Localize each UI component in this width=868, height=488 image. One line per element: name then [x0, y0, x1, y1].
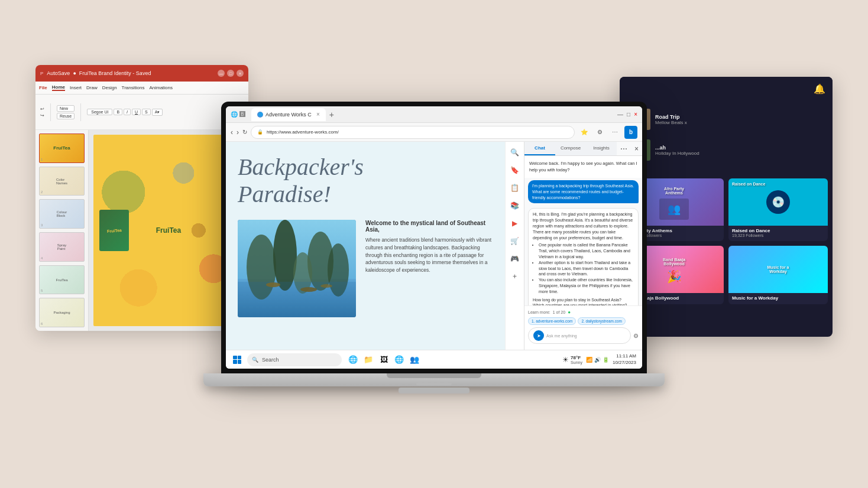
- ppt-home-tab[interactable]: Home: [52, 84, 65, 91]
- ppt-file-tab[interactable]: File: [39, 85, 47, 90]
- bing-button[interactable]: b: [624, 126, 637, 139]
- refresh-button[interactable]: ↻: [242, 129, 247, 135]
- new-tab-button[interactable]: +: [329, 110, 334, 119]
- laptop-hinge: [387, 373, 481, 378]
- ppt-slide-6[interactable]: Packaging 6: [39, 298, 85, 327]
- music-header: 🔔: [620, 77, 833, 100]
- music-card-raised-dance[interactable]: 💿 Raised on Dance Raised on Dance 19,323…: [728, 178, 828, 241]
- ppt-minimize[interactable]: —: [218, 70, 225, 77]
- sidebar-search-icon[interactable]: 🔍: [509, 147, 521, 158]
- user-message-bubble: I'm planning a backpacking trip through …: [528, 180, 639, 203]
- url-bar[interactable]: 🔒 https://www.adventure-works.com/: [251, 126, 575, 139]
- chat-input-box[interactable]: ➤ Ask me anything: [528, 327, 631, 344]
- browser-favicon: 🌐: [231, 111, 238, 118]
- chat-header: Chat Compose Insights ⋯ ×: [524, 142, 642, 156]
- weather-info: 78°F Sunny: [571, 355, 582, 365]
- sidebar-games-icon[interactable]: 🎮: [509, 253, 521, 265]
- compose-tab[interactable]: Compose: [555, 142, 586, 155]
- browser-toolbar-icons: ⭐ ⚙ ⋯ b: [578, 126, 637, 139]
- tray-sound-icon[interactable]: 🔊: [594, 357, 601, 363]
- taskbar-files-icon[interactable]: 📁: [362, 353, 375, 366]
- ppt-slide-1[interactable]: FruiTea 1: [39, 134, 85, 163]
- ppt-draw-tab[interactable]: Draw: [86, 85, 98, 90]
- tray-network-icon[interactable]: 📶: [586, 357, 592, 363]
- browser-active-tab[interactable]: 🌐 Adventure Works C ×: [251, 108, 326, 121]
- bing-chat-panel: Chat Compose Insights ⋯ × Welcome back. …: [524, 142, 642, 350]
- security-icon: 🔒: [257, 129, 263, 135]
- chat-tab[interactable]: Chat: [524, 142, 555, 155]
- ppt-undo-redo[interactable]: ↩ ↪: [40, 106, 44, 118]
- toolbar-divider2: [80, 103, 81, 121]
- taskbar-photos-icon[interactable]: 🖼: [377, 353, 390, 366]
- ppt-titlebar: P AutoSave ● FruiTea Brand Identity - Sa…: [35, 65, 248, 82]
- tray-battery-icon[interactable]: 🔋: [603, 357, 609, 363]
- tab-close-btn[interactable]: ×: [316, 111, 320, 118]
- settings-button[interactable]: ⋯: [609, 126, 621, 138]
- minimize-button[interactable]: —: [617, 111, 623, 118]
- taskbar-browser-icon[interactable]: 🌐: [393, 353, 406, 366]
- workday-thumbnail: Music for aWorkday: [728, 246, 828, 293]
- workday-info: Music for a Workday: [728, 293, 828, 304]
- webpage-hero-image: [238, 220, 356, 317]
- ppt-design-tab[interactable]: Design: [102, 85, 117, 90]
- maximize-button[interactable]: □: [627, 111, 630, 118]
- ppt-new-reuse[interactable]: New Reuse: [57, 105, 75, 119]
- ppt-title: AutoSave ● FruiTea Brand Identity - Save…: [47, 70, 214, 76]
- source-2[interactable]: 2. dailystorystream.com: [578, 317, 626, 325]
- taskbar-weather-widget[interactable]: ☀ 78°F Sunny: [562, 355, 582, 365]
- taskbar-teams-icon[interactable]: 👥: [408, 353, 421, 366]
- chat-menu-icon[interactable]: ⋯: [617, 142, 631, 155]
- windows-logo: [233, 356, 241, 364]
- close-button[interactable]: ×: [634, 111, 637, 118]
- system-clock[interactable]: 11:11 AM 10/27/2023: [613, 353, 636, 366]
- ppt-font-controls[interactable]: Segoe UI B I U S A▾: [87, 109, 163, 116]
- extensions-button[interactable]: ⭐: [578, 126, 590, 138]
- collections-button[interactable]: ⚙: [594, 126, 605, 138]
- chat-close-icon[interactable]: ×: [631, 142, 642, 155]
- screen-content: 🌐 🅱 🌐 Adventure Works C × + — □ ×: [226, 106, 642, 369]
- win-logo-bl: [233, 360, 237, 364]
- ppt-slide-4[interactable]: SprayPaint 4: [39, 232, 85, 262]
- svg-rect-10: [238, 282, 356, 317]
- sidebar-collections-icon[interactable]: 📚: [509, 200, 521, 212]
- sidebar-history-icon[interactable]: 📋: [509, 182, 521, 194]
- taskbar-search-placeholder: Search: [262, 357, 279, 363]
- ppt-slide-2[interactable]: ColorNames 2: [39, 167, 85, 196]
- ppt-close[interactable]: ×: [237, 70, 244, 77]
- source-1[interactable]: 1. adventure-works.com: [528, 317, 576, 325]
- bot-question: How long do you plan to stay in Southeas…: [533, 297, 634, 305]
- browser-navbar: ‹ › ↻ 🔒 https://www.adventure-works.com/…: [226, 123, 642, 142]
- taskbar-explorer-icon[interactable]: 🌐: [346, 353, 359, 366]
- sidebar-bookmark-icon[interactable]: 🔖: [509, 164, 521, 176]
- sidebar-shopping-icon[interactable]: 🛒: [509, 235, 521, 247]
- laptop-base: [203, 373, 665, 386]
- start-button[interactable]: [232, 354, 242, 365]
- chat-footer-spacer: [528, 344, 639, 346]
- back-button[interactable]: ‹: [231, 128, 233, 136]
- ppt-insert-tab[interactable]: Insert: [70, 85, 82, 90]
- forward-button[interactable]: ›: [237, 128, 239, 136]
- insights-tab[interactable]: Insights: [586, 142, 617, 155]
- pagination-indicator: ●: [568, 310, 571, 315]
- notification-bell-icon[interactable]: 🔔: [814, 83, 825, 95]
- ppt-animations-tab[interactable]: Animations: [149, 85, 173, 90]
- laptop: 🌐 🅱 🌐 Adventure Works C × + — □ ×: [203, 102, 665, 386]
- laptop-touchpad[interactable]: [399, 388, 469, 393]
- taskbar-search-box[interactable]: 🔍 Search: [247, 353, 342, 366]
- ppt-window-controls[interactable]: — □ ×: [218, 70, 244, 77]
- sidebar-youtube-icon[interactable]: ▶: [509, 217, 521, 229]
- ppt-slide-5[interactable]: FruiTea 5: [39, 265, 85, 295]
- music-card-workday[interactable]: Music for aWorkday Music for a Workday: [728, 246, 828, 304]
- learn-more-label: Learn more:: [528, 310, 550, 314]
- ppt-ribbon: File Home Insert Draw Design Transitions…: [35, 82, 248, 95]
- pagination-count: 1 of 20: [553, 310, 565, 314]
- ppt-transitions-tab[interactable]: Transitions: [122, 85, 145, 90]
- chat-settings-icon[interactable]: ⚙: [633, 333, 639, 339]
- window-controls[interactable]: — □ ×: [617, 111, 637, 118]
- sidebar-add-icon[interactable]: +: [509, 271, 521, 282]
- browser-sidebar-panel: 🔍 🔖 📋 📚 ▶ 🛒 🎮 +: [505, 142, 524, 350]
- tab-favicon: 🌐: [257, 112, 263, 118]
- ppt-slide-3[interactable]: ColourBlock 3: [39, 199, 85, 229]
- ppt-maximize[interactable]: □: [227, 70, 234, 77]
- chat-send-button[interactable]: ➤: [533, 330, 544, 341]
